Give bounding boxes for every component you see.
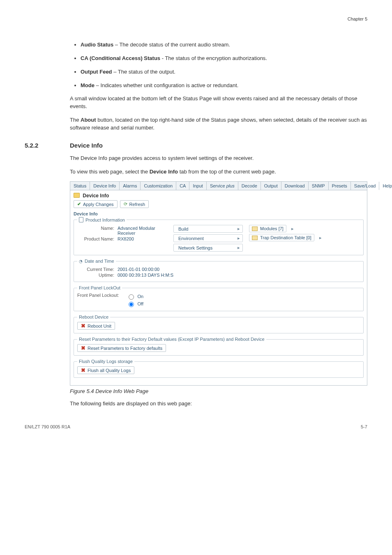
reboot-device-fieldset: Reboot Device ✖ Reboot Unit — [74, 314, 364, 333]
body-paragraph: To view this web page, select the Device… — [70, 168, 367, 176]
build-menu[interactable]: Build ▸ — [173, 225, 243, 233]
reboot-unit-button[interactable]: ✖ Reboot Unit — [77, 322, 115, 330]
tab-device-info[interactable]: Device Info — [90, 182, 120, 190]
chevron-right-icon: ▸ — [291, 226, 294, 231]
refresh-icon: ⟳ — [124, 201, 127, 207]
name-value: Advanced Modular Receiver — [118, 226, 168, 236]
body-paragraph: The following fields are displayed on th… — [70, 400, 367, 408]
folder-icon — [74, 193, 80, 198]
list-item: CA (Conditional Access) Status - The sta… — [81, 55, 367, 62]
chevron-right-icon: ▸ — [238, 226, 240, 231]
section-heading: 5.2.2 Device Info — [25, 142, 367, 149]
clock-icon: ◔ — [79, 259, 83, 264]
network-settings-menu[interactable]: Network Settings ▸ — [173, 244, 243, 252]
tab-service-plus[interactable]: Service plus — [207, 182, 238, 190]
x-icon: ✖ — [81, 323, 85, 328]
tab-bar: Status Device Info Alarms Customization … — [70, 182, 367, 190]
section-subheader: Device Info — [74, 211, 364, 216]
chapter-header: Chapter 5 — [25, 16, 367, 21]
radio-input[interactable] — [129, 302, 134, 307]
body-paragraph: A small window located at the bottom lef… — [70, 95, 367, 111]
tab-save-load[interactable]: Save/Load — [351, 182, 380, 190]
file-icon — [79, 217, 83, 222]
date-time-fieldset: ◔ Date and Time Current Time: 2001-01-01… — [74, 259, 364, 282]
refresh-button[interactable]: ⟳ Refresh — [120, 200, 149, 208]
footer-right: 5-7 — [361, 424, 367, 429]
list-item: Output Feed – The status of the output. — [81, 68, 367, 76]
chevron-right-icon: ▸ — [319, 235, 322, 240]
front-panel-lockout-fieldset: Front Panel LockOut Front Panel Lockout:… — [74, 285, 364, 311]
environment-menu[interactable]: Environment ▸ — [173, 234, 243, 242]
list-item: Mode – Indicates whether unit configurat… — [81, 82, 367, 90]
list-item: Audio Status – The decode status of the … — [81, 41, 367, 49]
chevron-right-icon: ▸ — [238, 236, 240, 241]
product-information-legend: Product Information — [77, 217, 127, 222]
x-icon: ✖ — [81, 368, 85, 373]
reset-parameters-legend: Reset Parameters to their Factory Defaul… — [77, 337, 266, 342]
date-time-legend: ◔ Date and Time — [77, 259, 116, 264]
x-icon: ✖ — [81, 345, 85, 351]
reboot-device-legend: Reboot Device — [77, 314, 110, 319]
reset-parameters-fieldset: Reset Parameters to their Factory Defaul… — [74, 337, 364, 356]
product-information-fieldset: Product Information Name: Advanced Modul… — [74, 217, 364, 255]
tab-snmp[interactable]: SNMP — [309, 182, 329, 190]
tab-help[interactable]: Help — [379, 182, 392, 190]
front-panel-lockout-label: Front Panel Lockout: — [77, 293, 119, 298]
uptime-label: Uptime: — [77, 273, 114, 278]
radio-input[interactable] — [129, 294, 134, 300]
tab-alarms[interactable]: Alarms — [120, 182, 141, 190]
flush-quality-logs-button[interactable]: ✖ Flush all Quality Logs — [77, 366, 134, 374]
section-number: 5.2.2 — [25, 142, 70, 149]
modules-icon — [252, 236, 258, 240]
tab-customization[interactable]: Customization — [141, 182, 176, 190]
body-paragraph: The About button, located on the top rig… — [70, 116, 367, 132]
device-info-screenshot: Status Device Info Alarms Customization … — [70, 181, 367, 386]
trap-destination-menu[interactable]: Trap Destination Table [0] — [249, 234, 314, 241]
modules-icon — [252, 227, 258, 231]
footer-left: EN/LZT 790 0005 R1A — [25, 424, 70, 429]
current-time-label: Current Time: — [77, 267, 114, 272]
tab-decode[interactable]: Decode — [238, 182, 261, 190]
product-name-label: Product Name: — [77, 236, 114, 241]
front-panel-lockout-legend: Front Panel LockOut — [77, 285, 122, 290]
apply-changes-button[interactable]: ✔ Apply Changes — [74, 200, 118, 208]
product-name-value: RX8200 — [118, 236, 134, 241]
bullet-list: Audio Status – The decode status of the … — [70, 41, 367, 89]
flush-quality-logs-fieldset: Flush Quality Logs storage ✖ Flush all Q… — [74, 359, 364, 378]
pane-title: Device Info — [74, 193, 364, 199]
section-title: Device Info — [70, 142, 103, 149]
chevron-right-icon: ▸ — [238, 245, 240, 250]
check-icon: ✔ — [77, 201, 81, 207]
current-time-value: 2001-01-01 00:00:00 — [118, 267, 159, 272]
reset-parameters-button[interactable]: ✖ Reset Parameters to Factory defaults — [77, 344, 166, 352]
tab-ca[interactable]: CA — [176, 182, 189, 190]
tab-download[interactable]: Download — [281, 182, 309, 190]
front-panel-off-radio[interactable]: Off — [127, 301, 144, 307]
tab-status[interactable]: Status — [70, 182, 90, 190]
figure-caption: Figure 5.4 Device Info Web Page — [70, 388, 367, 394]
flush-quality-logs-legend: Flush Quality Logs storage — [77, 359, 134, 364]
name-label: Name: — [77, 226, 114, 236]
uptime-value: 0000 00:39:13 DAYS H:M:S — [118, 273, 173, 278]
tab-input[interactable]: Input — [189, 182, 206, 190]
modules-menu[interactable]: Modules [7] — [249, 225, 286, 232]
tab-output[interactable]: Output — [261, 182, 281, 190]
tab-presets[interactable]: Presets — [329, 182, 351, 190]
body-paragraph: The Device Info page provides access to … — [70, 155, 367, 162]
front-panel-on-radio[interactable]: On — [127, 293, 144, 300]
